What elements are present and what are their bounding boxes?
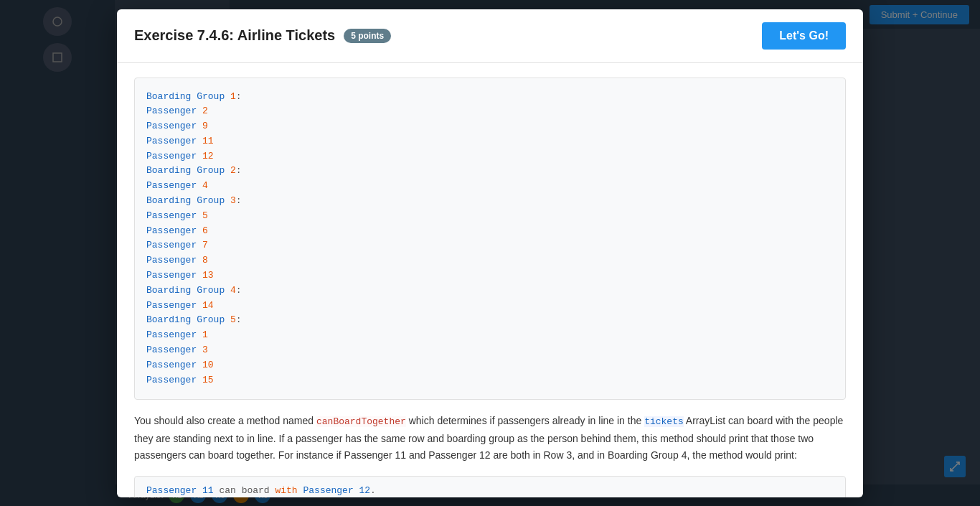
modal-title-area: Exercise 7.4.6: Airline Tickets 5 points	[134, 27, 391, 44]
code-line-16: Boarding Group 5:	[146, 313, 834, 328]
desc1-suffix: which determines if passengers already i…	[406, 415, 644, 426]
lets-go-button[interactable]: Let's Go!	[762, 22, 846, 50]
code-line-1: Boarding Group 1:	[146, 90, 834, 105]
modal-body: Boarding Group 1: Passenger 2 Passenger …	[117, 63, 863, 497]
code-line-5: Passenger 12	[146, 149, 834, 164]
code-line-11: Passenger 7	[146, 238, 834, 253]
example-passenger1: Passenger 11	[146, 485, 214, 496]
code-line-4: Passenger 11	[146, 134, 834, 149]
code-line-19: Passenger 10	[146, 358, 834, 373]
modal-header: Exercise 7.4.6: Airline Tickets 5 points…	[117, 9, 863, 63]
code-line-12: Passenger 8	[146, 253, 834, 268]
code-line-14: Boarding Group 4:	[146, 284, 834, 299]
code-line-8: Boarding Group 3:	[146, 194, 834, 209]
modal-title: Exercise 7.4.6: Airline Tickets	[134, 27, 335, 44]
code-line-13: Passenger 13	[146, 268, 834, 284]
code-line-3: Passenger 9	[146, 119, 834, 134]
code-line-15: Passenger 14	[146, 299, 834, 314]
example-passenger2: Passenger 12	[303, 485, 370, 496]
code-line-17: Passenger 1	[146, 328, 834, 343]
exercise-modal: Exercise 7.4.6: Airline Tickets 5 points…	[117, 9, 863, 497]
desc1-prefix: You should also create a method named	[134, 415, 316, 426]
code-line-20: Passenger 15	[146, 373, 834, 388]
code-line-18: Passenger 3	[146, 343, 834, 358]
example-with: with	[275, 485, 297, 496]
code-line-7: Passenger 4	[146, 179, 834, 194]
code-line-6: Boarding Group 2:	[146, 164, 834, 179]
points-badge: 5 points	[344, 29, 391, 43]
tickets-code: tickets	[644, 416, 684, 427]
description-paragraph-1: You should also create a method named ca…	[134, 413, 846, 464]
modal-overlay: Exercise 7.4.6: Airline Tickets 5 points…	[0, 0, 980, 506]
example-output-block: Passenger 11 can board with Passenger 12…	[134, 476, 846, 497]
code-line-9: Passenger 5	[146, 209, 834, 224]
code-output-block: Boarding Group 1: Passenger 2 Passenger …	[134, 78, 846, 400]
code-line-2: Passenger 2	[146, 104, 834, 119]
code-line-10: Passenger 6	[146, 224, 834, 239]
can-board-together-method: canBoardTogether	[316, 416, 406, 427]
